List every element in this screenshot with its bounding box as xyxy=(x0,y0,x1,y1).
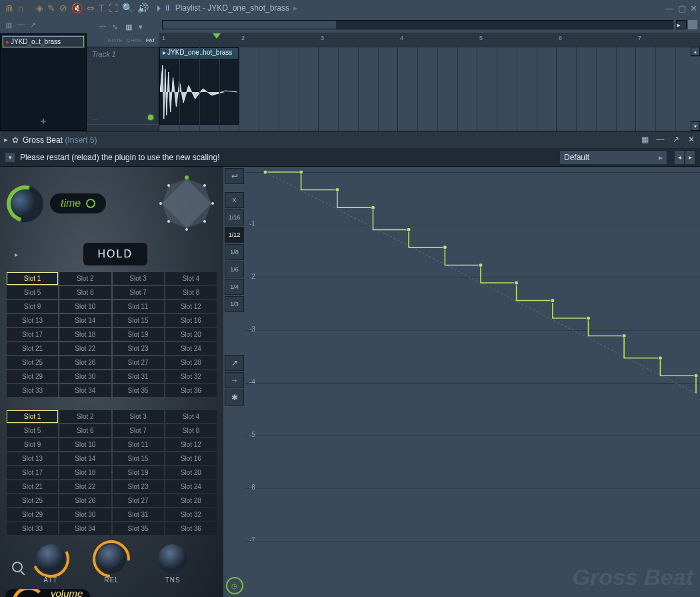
attack-knob[interactable]: ATT xyxy=(36,544,65,584)
slot-button[interactable]: Slot 2 xyxy=(59,410,111,423)
snap-1-4-button[interactable]: 1/4 xyxy=(225,279,244,295)
slot-button[interactable]: Slot 4 xyxy=(165,272,217,285)
pattern-list[interactable]: JYKD_o..t_brass + xyxy=(0,33,87,131)
slot-button[interactable]: Slot 20 xyxy=(165,466,217,479)
slot-button[interactable]: Slot 29 xyxy=(7,370,58,383)
slot-button[interactable]: Slot 14 xyxy=(59,314,111,327)
slot-button[interactable]: Slot 19 xyxy=(113,466,164,479)
slot-button[interactable]: Slot 24 xyxy=(165,480,217,493)
slot-button[interactable]: Slot 18 xyxy=(59,328,111,341)
slot-button[interactable]: Slot 33 xyxy=(7,522,58,535)
env-undo-button[interactable]: ↩ xyxy=(225,168,244,184)
select-icon[interactable]: ⛶ xyxy=(109,3,118,13)
snap-1-3-button[interactable]: 1/3 xyxy=(225,296,244,312)
slot-button[interactable]: Slot 5 xyxy=(7,286,58,299)
track-header[interactable]: Track 1 … xyxy=(87,47,159,125)
plugin-detach-button[interactable]: ↗ xyxy=(671,135,681,145)
plugin-minimize-button[interactable]: — xyxy=(655,135,665,145)
time-mix-knob[interactable] xyxy=(0,178,50,228)
snap-1-8-button[interactable]: 1/8 xyxy=(225,244,244,260)
track-menu-icon[interactable]: … xyxy=(92,114,99,121)
headphones-icon[interactable]: ∩ xyxy=(17,3,24,13)
slot-button[interactable]: Slot 3 xyxy=(113,410,164,423)
slot-button[interactable]: Slot 23 xyxy=(113,342,164,355)
slot-button[interactable]: Slot 12 xyxy=(165,300,217,313)
slot-button[interactable]: Slot 16 xyxy=(165,452,217,465)
snap-1-12-button[interactable]: 1/12 xyxy=(225,227,244,243)
tag-icon[interactable]: ◈ xyxy=(36,3,43,13)
slot-button[interactable]: Slot 11 xyxy=(113,300,164,313)
speaker-icon[interactable]: 🔊 xyxy=(137,3,149,13)
slot-button[interactable]: Slot 27 xyxy=(113,356,164,369)
snap-1-16-button[interactable]: 1/16 xyxy=(225,209,244,225)
wave-icon[interactable]: 〰 xyxy=(17,21,25,29)
minimap-toggle[interactable] xyxy=(688,20,697,29)
slot-button[interactable]: Slot 7 xyxy=(113,286,164,299)
snap-1-6-button[interactable]: 1/6 xyxy=(225,261,244,277)
release-knob[interactable]: REL xyxy=(97,544,126,584)
minimize-button[interactable]: — xyxy=(665,3,674,13)
slot-button[interactable]: Slot 26 xyxy=(59,356,111,369)
slot-button[interactable]: Slot 32 xyxy=(165,370,217,383)
snap-x-button[interactable]: X xyxy=(225,192,244,208)
slot-button[interactable]: Slot 15 xyxy=(113,452,164,465)
slot-button[interactable]: Slot 1 xyxy=(7,272,58,285)
slot-button[interactable]: Slot 2 xyxy=(59,272,111,285)
slot-button[interactable]: Slot 34 xyxy=(59,384,111,397)
slot-button[interactable]: Slot 16 xyxy=(165,314,217,327)
slot-button[interactable]: Slot 27 xyxy=(113,494,164,507)
slot-button[interactable]: Slot 11 xyxy=(113,438,164,451)
hold-button[interactable]: HOLD xyxy=(83,243,147,265)
plugin-close-button[interactable]: ✕ xyxy=(686,135,696,145)
slot-button[interactable]: Slot 5 xyxy=(7,424,58,437)
slot-button[interactable]: Slot 29 xyxy=(7,508,58,521)
slot-button[interactable]: Slot 10 xyxy=(59,438,111,451)
tool-curve-button[interactable]: ↗ xyxy=(225,355,244,371)
slot-button[interactable]: Slot 19 xyxy=(113,328,164,341)
tool-arrow-button[interactable]: → xyxy=(225,372,244,388)
slot-button[interactable]: Slot 17 xyxy=(7,328,58,341)
link-tool-icon[interactable]: ∿ xyxy=(112,23,121,32)
pencil-icon[interactable]: ✎ xyxy=(47,3,55,13)
plugin-menu-drop[interactable]: ▾ xyxy=(5,153,15,162)
slot-button[interactable]: Slot 7 xyxy=(113,424,164,437)
slot-button[interactable]: Slot 25 xyxy=(7,356,58,369)
menu-tool-icon[interactable]: ▾ xyxy=(139,23,148,32)
slot-button[interactable]: Slot 31 xyxy=(113,508,164,521)
plugin-collapse-icon[interactable]: ▸ xyxy=(4,135,8,144)
timeline-ruler[interactable]: 1 2 3 4 5 6 7 xyxy=(159,33,700,47)
slot-button[interactable]: Slot 32 xyxy=(165,508,217,521)
wave-tool-icon[interactable]: 〰 xyxy=(99,23,108,32)
slot-button[interactable]: Slot 36 xyxy=(165,384,217,397)
disable-icon[interactable]: ⊘ xyxy=(59,3,67,13)
slot-button[interactable]: Slot 22 xyxy=(59,480,111,493)
slot-button[interactable]: Slot 23 xyxy=(113,480,164,493)
slot-button[interactable]: Slot 21 xyxy=(7,342,58,355)
slot-button[interactable]: Slot 8 xyxy=(165,424,217,437)
slot-button[interactable]: Slot 14 xyxy=(59,452,111,465)
slot-button[interactable]: Slot 4 xyxy=(165,410,217,423)
env-clock-icon[interactable]: ◷ xyxy=(226,577,243,594)
slot-button[interactable]: Slot 28 xyxy=(165,494,217,507)
plugin-gear-icon[interactable]: ✿ xyxy=(12,135,19,145)
maximize-button[interactable]: ▢ xyxy=(678,3,686,13)
horizontal-scrollbar[interactable] xyxy=(162,20,673,29)
slot-button[interactable]: Slot 28 xyxy=(165,356,217,369)
slot-button[interactable]: Slot 10 xyxy=(59,300,111,313)
slot-button[interactable]: Slot 13 xyxy=(7,314,58,327)
slot-button[interactable]: Slot 34 xyxy=(59,522,111,535)
clock-wheel[interactable] xyxy=(157,173,217,233)
slot-button[interactable]: Slot 6 xyxy=(59,286,111,299)
pattern-item[interactable]: JYKD_o..t_brass xyxy=(3,36,84,47)
preset-prev-button[interactable]: ◂ xyxy=(675,151,684,164)
slot-button[interactable]: Slot 31 xyxy=(113,370,164,383)
slot-button[interactable]: Slot 18 xyxy=(59,466,111,479)
add-pattern-button[interactable]: + xyxy=(40,115,46,127)
slot-play-icon[interactable]: ▸ xyxy=(15,251,18,258)
slot-button[interactable]: Slot 13 xyxy=(7,452,58,465)
zoom-icon[interactable]: 🔍 xyxy=(122,3,133,13)
slot-button[interactable]: Slot 8 xyxy=(165,286,217,299)
slot-button[interactable]: Slot 33 xyxy=(7,384,58,397)
slot-button[interactable]: Slot 17 xyxy=(7,466,58,479)
magnet-icon[interactable]: ⋒ xyxy=(5,3,13,13)
